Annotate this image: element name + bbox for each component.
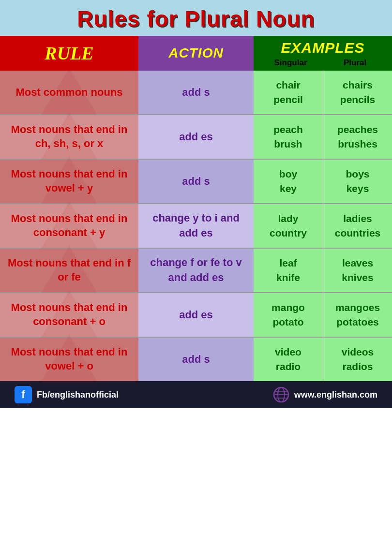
singular-cell: mangopotato	[254, 293, 323, 337]
singular-word: video	[275, 346, 302, 358]
rule-column-header: RULE	[0, 36, 138, 71]
action-column-header: ACTION	[138, 36, 254, 71]
action-cell: add s	[138, 338, 254, 381]
action-cell: add es	[138, 115, 254, 159]
plural-word: countries	[335, 227, 381, 239]
plural-word: brushes	[338, 138, 377, 150]
plural-word: keys	[347, 183, 369, 194]
singular-word: potato	[272, 316, 303, 328]
action-text: add s	[182, 174, 210, 189]
singular-cell: chairpencil	[254, 71, 323, 114]
plural-word: potatoes	[336, 316, 379, 328]
plural-cell: mangoespotatoes	[323, 293, 392, 337]
rule-cell: Most nouns that end in ch, sh, s, or x	[0, 115, 138, 159]
plural-cell: chairspencils	[323, 71, 392, 114]
facebook-handle: Fb/englishanofficial	[37, 390, 119, 400]
plural-cell: peachesbrushes	[323, 115, 392, 159]
action-cell: change f or fe to v and add es	[138, 249, 254, 292]
singular-word: radio	[276, 361, 301, 372]
rule-cell: Most nouns that end in f or fe	[0, 249, 138, 292]
plural-word: knives	[342, 272, 373, 283]
examples-header-label: EXAMPLES	[281, 40, 364, 56]
examples-sub-headers: Singular Plural	[258, 58, 387, 68]
facebook-icon: f	[15, 386, 32, 403]
singular-cell: peachbrush	[254, 115, 323, 159]
action-text: change y to i and add es	[146, 211, 246, 241]
action-text: change f or fe to v and add es	[146, 255, 246, 285]
rule-text: Most nouns that end in vowel + y	[6, 167, 133, 195]
table-row: Most nouns that end in vowel + y add sbo…	[0, 159, 392, 203]
singular-word: country	[270, 227, 307, 239]
rule-text: Most nouns that end in consonant + y	[6, 212, 133, 239]
globe-icon	[273, 386, 289, 403]
plural-word: radios	[342, 361, 373, 372]
plural-word: peaches	[337, 124, 378, 135]
plural-word: mangoes	[335, 302, 380, 313]
singular-cell: ladycountry	[254, 204, 323, 248]
rule-text: Most nouns that end in ch, sh, s, or x	[6, 123, 133, 150]
singular-word: lady	[278, 213, 298, 224]
singular-word: key	[280, 183, 297, 194]
footer-right: www.englishan.com	[273, 386, 377, 403]
plural-word: ladies	[343, 213, 372, 224]
rule-cell: Most nouns that end in consonant + o	[0, 293, 138, 337]
rule-cell: Most common nouns	[0, 71, 138, 114]
singular-word: leaf	[279, 257, 297, 269]
rule-cell: Most nouns that end in consonant + y	[0, 204, 138, 248]
action-cell: change y to i and add es	[138, 204, 254, 248]
singular-word: knife	[276, 272, 300, 283]
singular-sub-label: Singular	[258, 58, 323, 68]
page-wrapper: Rules for Plural Noun RULE ACTION EXAMPL…	[0, 0, 392, 408]
plural-cell: videosradios	[323, 338, 392, 381]
action-text: add es	[179, 308, 213, 323]
footer-left: f Fb/englishanofficial	[15, 386, 119, 403]
table-row: Most nouns that end in vowel + o add svi…	[0, 337, 392, 381]
rule-text: Most nouns that end in consonant + o	[6, 301, 133, 328]
singular-word: boy	[279, 168, 297, 180]
singular-word: brush	[274, 138, 302, 150]
plural-word: boys	[346, 168, 369, 180]
plural-word: pencils	[340, 94, 375, 105]
action-header-label: ACTION	[168, 45, 223, 61]
page-footer: f Fb/englishanofficial www.englishan.com	[0, 381, 392, 408]
plural-word: chairs	[343, 79, 373, 91]
table-body: Most common nouns add schairpencilchairs…	[0, 71, 392, 381]
rule-header-label: RULE	[45, 43, 93, 64]
page-header: Rules for Plural Noun	[0, 0, 392, 36]
action-text: add es	[179, 130, 213, 145]
table-row: Most nouns that end in ch, sh, s, or x a…	[0, 114, 392, 159]
singular-cell: boykey	[254, 160, 323, 203]
action-cell: add es	[138, 293, 254, 337]
table-row: Most nouns that end in consonant + o add…	[0, 292, 392, 337]
singular-word: pencil	[273, 94, 303, 105]
page-title: Rules for Plural Noun	[0, 6, 392, 32]
examples-column-header: EXAMPLES Singular Plural	[254, 36, 392, 71]
rule-cell: Most nouns that end in vowel + y	[0, 160, 138, 203]
rules-table: RULE ACTION EXAMPLES Singular Plural Mos…	[0, 36, 392, 381]
action-text: add s	[182, 352, 210, 367]
singular-cell: videoradio	[254, 338, 323, 381]
singular-word: chair	[276, 79, 300, 91]
table-row: Most nouns that end in f or fe change f …	[0, 248, 392, 292]
table-row: Most nouns that end in consonant + y cha…	[0, 203, 392, 248]
action-text: add s	[182, 85, 210, 100]
singular-word: mango	[271, 302, 305, 313]
plural-word: leaves	[342, 257, 373, 269]
plural-word: videos	[342, 346, 374, 358]
rule-text: Most nouns that end in vowel + o	[6, 345, 133, 373]
plural-cell: leavesknives	[323, 249, 392, 292]
singular-cell: leafknife	[254, 249, 323, 292]
rule-cell: Most nouns that end in vowel + o	[0, 338, 138, 381]
plural-sub-label: Plural	[323, 58, 387, 68]
action-cell: add s	[138, 160, 254, 203]
rule-text: Most common nouns	[15, 86, 122, 100]
singular-word: peach	[273, 124, 303, 135]
rule-text: Most nouns that end in f or fe	[6, 256, 133, 284]
plural-cell: ladiescountries	[323, 204, 392, 248]
website-url: www.englishan.com	[294, 390, 377, 400]
table-column-headers: RULE ACTION EXAMPLES Singular Plural	[0, 36, 392, 71]
table-row: Most common nouns add schairpencilchairs…	[0, 71, 392, 114]
action-cell: add s	[138, 71, 254, 114]
plural-cell: boyskeys	[323, 160, 392, 203]
